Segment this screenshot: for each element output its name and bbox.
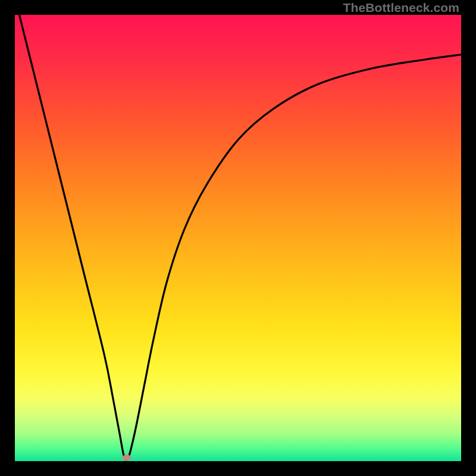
minimum-marker xyxy=(123,455,131,461)
bottleneck-curve xyxy=(15,15,461,461)
plot-area xyxy=(15,15,461,461)
watermark-text: TheBottleneck.com xyxy=(343,1,459,15)
chart-frame: TheBottleneck.com xyxy=(0,0,476,476)
